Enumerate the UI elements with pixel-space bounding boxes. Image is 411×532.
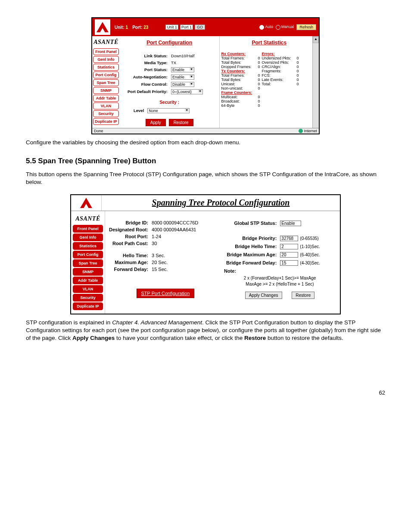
note-label: Note: (224, 268, 336, 274)
scroll-up-icon[interactable]: ▲ (313, 36, 319, 43)
b64-value: 0 (254, 103, 262, 108)
forward-delay-label: Forward Delay: (108, 266, 149, 272)
max-age-value: 20 Sec. (150, 259, 199, 265)
bridge-maxage-input[interactable]: 20 (280, 252, 298, 258)
nav-addr-table[interactable]: Addr Table (93, 95, 119, 102)
topbar: Unit: 1 Port: 23 Unit 1 Port 1 GO Auto M… (92, 18, 319, 36)
apply-button[interactable]: Apply (146, 119, 166, 126)
frame-counters-hdr: Frame Counters: (221, 90, 254, 95)
flow-label: Flow Control: (127, 81, 169, 87)
section-heading: 5.5 Span Tree (Spanning Tree) Button (26, 157, 385, 165)
auto-label: Auto (265, 25, 273, 29)
nav-vlan[interactable]: VLAN (73, 285, 103, 293)
port-statistics-pane: Port Statistics Rx Counters: Errors: Tot… (219, 36, 319, 128)
brand-logo-text: ASANTÉ (93, 37, 119, 47)
dropped-frames-label: Dropped Frames: (221, 65, 254, 69)
stp-port-config-button[interactable]: STP Port Configuration (137, 289, 195, 298)
nonunicast-value: 0 (254, 86, 262, 90)
port-value: 23 (143, 25, 148, 30)
nonunicast-label: Non-unicast: (221, 86, 254, 90)
nav-front-panel[interactable]: Front Panel (73, 225, 103, 233)
status-right: Internet (304, 129, 317, 133)
nav-snmp[interactable]: SNMP (93, 87, 119, 94)
nav-snmp[interactable]: SNMP (73, 268, 103, 276)
nav-front-panel[interactable]: Front Panel (93, 48, 119, 55)
nav-genl-info[interactable]: Genl Info (73, 233, 103, 241)
note-line-1: 2 x (ForwardDelay+1 Sec)>= MaxAge (244, 276, 316, 280)
tx-total-bytes-value: 0 (254, 78, 262, 82)
rx-counters-hdr: Rx Counters: (221, 52, 254, 56)
multicast-label: Multicast: (221, 95, 254, 99)
unit-select[interactable]: Unit 1 (165, 25, 178, 30)
nav-vlan[interactable]: VLAN (93, 103, 119, 109)
stp-title: Spanning Tree Protocol Configuration (101, 195, 340, 211)
nav-duplicate-ip[interactable]: Duplicate IP (73, 302, 103, 310)
nav-span-tree[interactable]: Span Tree (73, 259, 103, 267)
global-stp-status-select[interactable]: Enable (280, 221, 301, 226)
priority-select[interactable]: 0=(Lowest) (171, 89, 203, 94)
total-frames-value: 0 (254, 56, 262, 60)
hello-time-label: Hello Time: (108, 252, 149, 258)
internet-icon (299, 129, 303, 133)
nav-addr-table[interactable]: Addr Table (73, 277, 103, 284)
fragments-label: Fragments: (262, 69, 293, 73)
nav-port-config[interactable]: Port Config (93, 72, 119, 78)
err-total-label: Total: (262, 82, 293, 86)
nav-security[interactable]: Security (93, 110, 119, 117)
stp-config-screenshot: Spanning Tree Protocol Configuration ASA… (70, 194, 341, 314)
port-status-select[interactable]: Enable (171, 67, 194, 72)
nav-duplicate-ip[interactable]: Duplicate IP (93, 118, 119, 125)
stp-info-pane: Bridge ID:8000 000094CCC76D Designated R… (105, 219, 224, 306)
logo-icon (95, 19, 110, 35)
link-status-label: Link Status: (127, 53, 169, 59)
logo-icon (78, 195, 94, 211)
bridge-priority-input[interactable]: 32768 (280, 236, 298, 241)
flow-select[interactable]: Disable (171, 82, 194, 87)
manual-radio[interactable] (276, 25, 280, 30)
nav-span-tree[interactable]: Span Tree (93, 79, 119, 86)
note-line-2: MaxAge >= 2 x (HelloTime + 1 Sec) (246, 282, 314, 286)
media-type-value: TX (170, 59, 204, 65)
nav-genl-info[interactable]: Genl Info (93, 56, 119, 63)
bridge-fdelay-range: (4-30)Sec. (298, 261, 320, 265)
restore-button[interactable]: Restore (169, 119, 193, 126)
bridge-priority-range: (0-65535) (298, 236, 318, 241)
crc-value: 0 (293, 65, 301, 69)
unicast-label: Unicast: (221, 82, 254, 86)
broadcast-value: 0 (254, 99, 262, 103)
root-path-cost-value: 30 (150, 240, 199, 246)
stp-intro-paragraph: This button opens the Spanning Tree Prot… (26, 171, 385, 186)
stp-global-pane: Global STP Status: Enable Bridge Priorit… (224, 219, 336, 306)
sidebar: ASANTÉ Front Panel Genl Info Statistics … (71, 211, 105, 314)
nav-security[interactable]: Security (73, 294, 103, 302)
undersized-label: Undersized Pkts: (262, 56, 293, 60)
port-label: Port: (132, 25, 142, 30)
priority-label: Port Default Priority: (127, 88, 169, 95)
b64-label: 64-Byte (221, 103, 254, 108)
bridge-id-value: 8000 000094CCC76D (150, 220, 199, 226)
max-age-label: Maximum Age: (108, 259, 149, 265)
manual-label: Manual (281, 25, 294, 29)
restore-button[interactable]: Restore (292, 292, 314, 299)
caption-1: Configure the variables by choosing the … (26, 139, 385, 146)
total-frames-label: Total Frames: (221, 56, 254, 60)
apply-changes-button[interactable]: Apply Changes (245, 292, 282, 299)
bridge-hello-range: (1-10)Sec. (298, 244, 320, 249)
nav-statistics[interactable]: Statistics (93, 64, 119, 71)
bridge-fdelay-input[interactable]: 15 (280, 260, 298, 266)
brand-logo-text: ASANTÉ (73, 214, 103, 224)
nav-port-config[interactable]: Port Config (73, 251, 103, 258)
nav-statistics[interactable]: Statistics (73, 242, 103, 250)
auto-radio[interactable] (259, 25, 264, 30)
port-select[interactable]: Port 1 (180, 25, 193, 30)
bridge-maxage-label: Bridge Maximum Age: (225, 251, 278, 258)
go-button[interactable]: GO (195, 25, 205, 30)
total-bytes-label: Total Bytes: (221, 60, 254, 65)
refresh-button[interactable]: Refresh (296, 24, 316, 30)
status-left: Done (94, 129, 103, 133)
level-select[interactable]: None (147, 108, 190, 113)
bridge-hello-input[interactable]: 2 (280, 244, 298, 249)
autoneg-select[interactable]: Enable (171, 75, 194, 80)
vertical-scrollbar[interactable]: ▲ (312, 36, 319, 128)
sidebar: ASANTÉ Front Panel Genl Info Statistics … (92, 36, 120, 128)
